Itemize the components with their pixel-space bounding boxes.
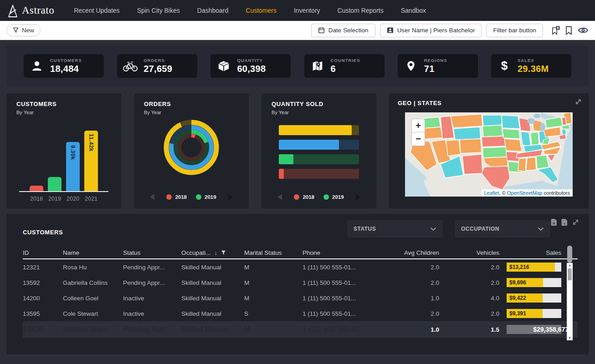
status-filter-dropdown[interactable]: STATUS xyxy=(347,220,443,238)
zoom-in-button[interactable]: + xyxy=(412,119,425,132)
zoom-out-button[interactable]: − xyxy=(412,132,425,146)
nav-item-inventory[interactable]: Inventory xyxy=(285,0,329,21)
new-filter-label: New xyxy=(22,27,34,34)
brand[interactable]: Astrato xyxy=(6,4,54,18)
filter-bar-button[interactable]: Filter bar button xyxy=(486,24,543,37)
col-sales[interactable]: Sales xyxy=(499,249,565,256)
nav-item-dashboard[interactable]: Dashboard xyxy=(189,0,237,21)
quantity-legend: 2018 2019 xyxy=(262,194,376,200)
map-icon xyxy=(310,60,325,72)
hbar-2019[interactable] xyxy=(279,154,359,164)
nav-items: Recent Updates Spin City Bikes Dashboard… xyxy=(65,0,435,21)
bookmark-icon[interactable] xyxy=(565,26,572,35)
user-badge-icon xyxy=(387,27,394,34)
table-scrollbar-thumb[interactable] xyxy=(567,246,572,263)
calendar-icon xyxy=(318,27,325,34)
sales-bar: $13,216 xyxy=(507,263,561,272)
table-row[interactable]: 13592 Gabriella Collins Pending Appr... … xyxy=(23,275,578,290)
kpi-value: 71 xyxy=(424,64,447,74)
toolbar: New Date Selection User Name | Piers Bat… xyxy=(0,21,595,40)
customers-bar-chart: 9.30k 11.42k 2018 2019 2020 2021 xyxy=(6,130,121,202)
sort-desc-icon[interactable]: ↓ xyxy=(215,249,218,256)
col-name[interactable]: Name xyxy=(63,249,123,256)
col-marital-status[interactable]: Marital Status xyxy=(244,249,303,256)
nav-item-customers[interactable]: Customers xyxy=(237,0,285,21)
hbar-2020[interactable] xyxy=(279,140,359,150)
legend-dot-2019 xyxy=(196,194,201,200)
table-totals-row: 14830 Isabella Ward Pending Appr... Skil… xyxy=(23,321,578,338)
table-vertical-scrollbar[interactable]: ▲ ▼ xyxy=(567,263,573,340)
orders-legend: 2018 2019 xyxy=(134,194,249,200)
table-row[interactable]: 12321 Rosa Hu Pending Appr... Skilled Ma… xyxy=(23,259,578,275)
expand-icon[interactable] xyxy=(574,98,582,106)
table-row[interactable]: 13595 Cole Stewart Inactive Skilled Manu… xyxy=(23,306,578,321)
leaflet-link[interactable]: Leaflet xyxy=(484,190,499,196)
user-name-button[interactable]: User Name | Piers Batchelor xyxy=(380,24,482,37)
legend-dot-2019 xyxy=(323,194,329,200)
bar-value-label: 11.42k xyxy=(88,134,94,152)
scroll-up-arrow-icon[interactable]: ▲ xyxy=(568,263,571,268)
export-xlsx-icon[interactable]: x xyxy=(551,218,557,226)
table-row[interactable]: 14200 Colleen Goel Inactive Skilled Manu… xyxy=(23,290,578,306)
legend-next-arrow-icon[interactable] xyxy=(356,194,360,200)
leaflet-map[interactable]: + − Leaflet, © OpenStreetMap contributor… xyxy=(405,112,573,197)
col-status[interactable]: Status xyxy=(123,249,181,256)
bar-2020[interactable]: 9.30k xyxy=(66,142,80,191)
tick-2020: 2020 xyxy=(66,196,80,202)
bookmark-add-icon[interactable] xyxy=(551,26,560,35)
export-csv-icon[interactable]: , xyxy=(561,218,568,226)
eye-icon[interactable] xyxy=(578,26,589,34)
legend-item-2019[interactable]: 2019 xyxy=(196,194,216,200)
col-occupation[interactable]: Occupati... ↓ xyxy=(181,249,244,256)
user-name-label: User Name | Piers Batchelor xyxy=(397,27,475,34)
occupation-filter-dropdown[interactable]: OCCUPATION xyxy=(455,220,550,238)
legend-item-2018[interactable]: 2018 xyxy=(166,194,187,200)
customers-chart-panel: CUSTOMERS By Year 9.30k 11.42k 2018 2019 xyxy=(6,93,121,208)
col-avg-children[interactable]: Avg Children xyxy=(376,249,439,256)
table-filters: STATUS OCCUPATION xyxy=(347,220,550,238)
hbar-2021[interactable] xyxy=(279,125,359,135)
quantity-chart-panel: QUANTITY SOLD By Year 2018 2019 xyxy=(262,93,376,208)
openstreetmap-link[interactable]: OpenStreetMap xyxy=(507,190,543,196)
bar-2019[interactable] xyxy=(48,177,62,191)
legend-item-2018[interactable]: 2018 xyxy=(294,194,314,200)
legend-prev-arrow-icon[interactable] xyxy=(277,194,282,200)
brand-name: Astrato xyxy=(22,5,54,16)
bar-2021[interactable]: 11.42k xyxy=(84,131,98,191)
chart-subtitle: By Year xyxy=(6,110,121,115)
x-axis xyxy=(19,191,108,192)
kpi-label: CUSTOMERS xyxy=(50,58,82,63)
kpi-regions: REGIONS 71 xyxy=(398,54,478,78)
legend-item-2019[interactable]: 2019 xyxy=(323,194,344,200)
nav-item-recent-updates[interactable]: Recent Updates xyxy=(65,0,128,21)
col-phone[interactable]: Phone xyxy=(303,249,376,256)
kpi-label: QUANTITY xyxy=(237,58,266,63)
orders-donut-chart[interactable] xyxy=(134,119,249,176)
col-id[interactable]: ID xyxy=(23,249,63,256)
nav-item-custom-reports[interactable]: Custom Reports xyxy=(329,0,392,21)
bar-2018[interactable] xyxy=(30,186,43,191)
kpi-sales: $ SALES 29.36M xyxy=(491,54,571,78)
legend-dot-2018 xyxy=(294,194,299,200)
legend-prev-arrow-icon[interactable] xyxy=(150,194,154,200)
table-export-icons: x , xyxy=(551,218,580,226)
total-vehicles: 1.5 xyxy=(439,326,499,333)
date-selection-button[interactable]: Date Selection xyxy=(311,24,375,37)
toolbar-right: Date Selection User Name | Piers Batchel… xyxy=(311,24,589,37)
legend-next-arrow-icon[interactable] xyxy=(228,194,233,200)
svg-text:x: x xyxy=(553,221,555,225)
nav-item-spin-city-bikes[interactable]: Spin City Bikes xyxy=(128,0,189,21)
toolbar-icons xyxy=(551,26,589,35)
kpi-strip: CUSTOMERS 18,484 ORDERS 27,659 xyxy=(6,46,589,86)
hbar-2018[interactable] xyxy=(279,169,359,179)
expand-icon[interactable] xyxy=(572,218,580,226)
scroll-down-arrow-icon[interactable]: ▼ xyxy=(568,336,571,340)
tick-2021: 2021 xyxy=(84,196,98,202)
scrollbar-thumb[interactable] xyxy=(568,268,572,280)
col-vehicles[interactable]: Vehicles xyxy=(439,249,499,256)
bicycle-icon xyxy=(123,60,138,72)
map-attribution: Leaflet, © OpenStreetMap contributors xyxy=(482,189,573,197)
nav-item-sandbox[interactable]: Sandbox xyxy=(392,0,435,21)
new-filter-button[interactable]: New xyxy=(6,24,41,36)
filter-funnel-icon[interactable] xyxy=(221,250,226,255)
